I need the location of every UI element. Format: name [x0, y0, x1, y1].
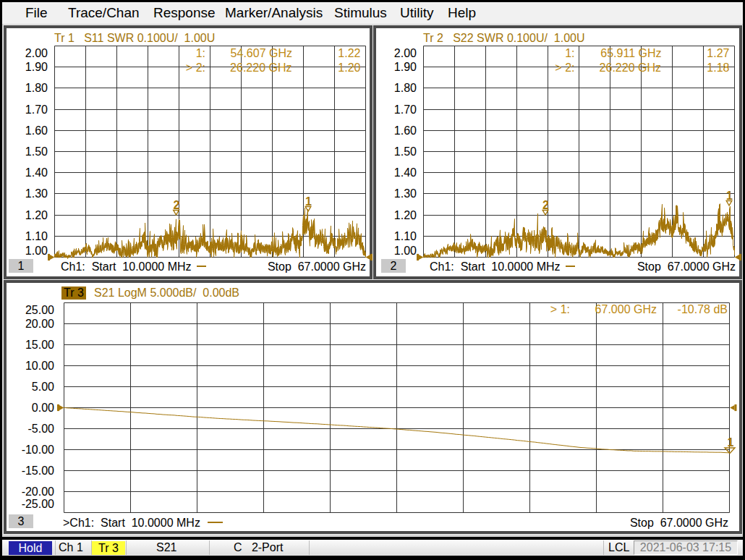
svg-text:1: 1	[726, 190, 733, 202]
svg-text:1: 1	[305, 195, 312, 208]
svg-text:2: 2	[542, 199, 549, 211]
svg-text:1: 1	[728, 436, 734, 449]
svg-text:2: 2	[174, 199, 180, 211]
